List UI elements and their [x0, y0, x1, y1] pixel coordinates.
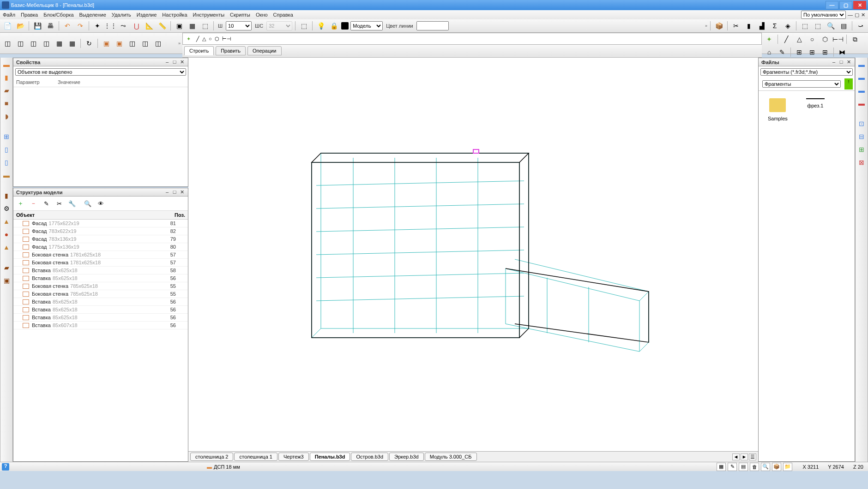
hex2-icon[interactable]: ⬡ [820, 34, 831, 45]
menu-window[interactable]: Окно [256, 12, 268, 18]
doc-tab[interactable]: Пеналы.b3d [310, 453, 350, 461]
props-min-icon[interactable]: – [164, 59, 170, 65]
doc-tab[interactable]: Чертеж3 [278, 453, 309, 461]
wallet-icon[interactable]: ▰ [1, 262, 12, 273]
mdi-min-icon[interactable]: — [848, 12, 853, 18]
minimize-button[interactable]: — [826, 1, 838, 9]
mirror-icon[interactable]: ⧉ [850, 34, 861, 45]
sb1-icon[interactable]: ▦ [717, 463, 726, 471]
doc-tab[interactable]: столешница 1 [234, 453, 277, 461]
edit2-icon[interactable]: ✎ [41, 198, 51, 209]
r7-icon[interactable]: ⊞ [856, 144, 867, 155]
tab-build[interactable]: Строить [184, 46, 214, 55]
menu-product[interactable]: Изделие [137, 12, 157, 18]
snap-icon[interactable]: ⤳ [118, 20, 129, 31]
menu-settings[interactable]: Настройка [162, 12, 187, 18]
r5-icon[interactable]: ⊡ [856, 119, 867, 129]
new-icon[interactable]: 📄 [2, 20, 13, 31]
struct-row[interactable]: Фасад783x622x1982 [13, 227, 188, 235]
view-iso3-icon[interactable]: ◫ [28, 38, 39, 49]
doc-tab[interactable]: столешница 2 [190, 453, 233, 461]
select1-icon[interactable]: ⬚ [799, 20, 810, 31]
panel1-icon[interactable]: ▬ [1, 60, 12, 70]
undo-icon[interactable]: ↶ [62, 20, 73, 31]
hw-icon[interactable]: ⚙ [1, 203, 12, 214]
panel4-icon[interactable]: ■ [1, 98, 12, 108]
save-icon[interactable]: 💾 [32, 20, 43, 31]
ruler1-icon[interactable]: 📐 [144, 20, 155, 31]
view-iso2-icon[interactable]: ◫ [15, 38, 26, 49]
mdi-max-icon[interactable]: ▢ [855, 12, 859, 18]
struct-row[interactable]: Боковая стенка785x625x1855 [13, 290, 188, 298]
struct-list[interactable]: Фасад1775x622x1981Фасад783x622x1982Фасад… [13, 220, 188, 461]
doc-tab[interactable]: Модуль 3.000_СБ [425, 453, 477, 461]
ruler2-icon[interactable]: 📏 [157, 20, 168, 31]
sb4-icon[interactable]: 🗑 [750, 463, 759, 471]
open-icon[interactable]: 📂 [15, 20, 26, 31]
shapes-icon[interactable]: ◈ [782, 20, 793, 31]
props-max-icon[interactable]: □ [171, 59, 178, 65]
struct-row[interactable]: Вставка85x625x1856 [13, 298, 188, 306]
lock-icon[interactable]: 🔒 [328, 20, 339, 31]
doc-tab[interactable]: Эркер.b3d [389, 453, 424, 461]
stack-icon[interactable]: ▟ [756, 20, 767, 31]
house-icon[interactable]: ⌂ [764, 47, 775, 58]
menu-select[interactable]: Выделение [79, 12, 106, 18]
box2-icon[interactable]: ▣ [1, 275, 12, 286]
bulb-icon[interactable]: 💡 [315, 20, 326, 31]
w-select[interactable]: 10 [226, 21, 252, 30]
axis-icon[interactable]: ✦ [92, 20, 103, 31]
props-object-select[interactable]: Объектов не выделено [15, 68, 186, 76]
sb5-icon[interactable]: 🔍 [761, 463, 770, 471]
color-swatch[interactable] [341, 22, 349, 30]
menu-scripts[interactable]: Скрипты [230, 12, 250, 18]
render2-icon[interactable]: ▣ [114, 38, 125, 49]
circle-icon[interactable]: ○ [209, 36, 212, 42]
panel5-icon[interactable]: ◗ [1, 111, 12, 121]
struct-row[interactable]: Вставка85x607x1856 [13, 322, 188, 329]
expand2-icon[interactable]: » [178, 41, 181, 46]
angle2-icon[interactable]: △ [794, 34, 805, 45]
door-icon[interactable]: ▮ [743, 20, 754, 31]
angle-icon[interactable]: △ [202, 36, 206, 42]
r2-icon[interactable]: ▬ [856, 72, 867, 83]
circle2-icon[interactable]: ○ [807, 34, 818, 45]
sb3-icon[interactable]: ▤ [739, 463, 748, 471]
panel3-icon[interactable]: ▰ [1, 85, 12, 95]
view-iso4-icon[interactable]: ◫ [41, 38, 52, 49]
eye-icon[interactable]: 👁 [96, 198, 106, 209]
files-up-icon[interactable]: ↑ [844, 78, 853, 89]
dim-icon[interactable]: ⊢⊣ [222, 36, 231, 42]
pyramid-icon[interactable]: ▲ [1, 242, 12, 252]
menu-file[interactable]: Файл [3, 12, 15, 18]
edit-icon[interactable]: ✎ [777, 47, 788, 58]
struct-min-icon[interactable]: – [164, 189, 170, 195]
expand-icon[interactable]: » [705, 24, 707, 28]
sb7-icon[interactable]: 📁 [783, 463, 792, 471]
tab-ops[interactable]: Операции [247, 46, 281, 55]
sum-icon[interactable]: Σ [769, 20, 780, 31]
r6-icon[interactable]: ⊟ [856, 131, 867, 142]
files-min-icon[interactable]: – [831, 59, 837, 65]
r3-icon[interactable]: ▬ [856, 85, 867, 95]
book-icon[interactable]: ▮ [1, 191, 12, 201]
break-icon[interactable]: ⧓ [837, 47, 848, 58]
panel2-icon[interactable]: ▮ [1, 72, 12, 83]
group1-icon[interactable]: ⊞ [794, 47, 805, 58]
struct-row[interactable]: Фасад783x136x1979 [13, 235, 188, 243]
struct-max-icon[interactable]: □ [171, 189, 178, 195]
files-max-icon[interactable]: □ [838, 59, 844, 65]
wrench-icon[interactable]: 🔧 [67, 198, 77, 209]
tab-next-icon[interactable]: ► [741, 453, 748, 460]
add-icon[interactable]: ＋ [15, 198, 25, 209]
view-iso6-icon[interactable]: ▦ [66, 38, 78, 49]
cube1-icon[interactable]: ▣ [174, 20, 185, 31]
r1-icon[interactable]: ▬ [856, 60, 867, 70]
mdi-close-icon[interactable]: ✕ [861, 12, 865, 18]
ws-select[interactable]: 32 [266, 21, 292, 30]
magnet-icon[interactable]: ⋃ [131, 20, 142, 31]
close-button[interactable]: ✕ [853, 1, 866, 9]
menu-block[interactable]: Блок/Сборка [43, 12, 73, 18]
tool-icon[interactable]: ✂ [54, 198, 64, 209]
layers-icon[interactable]: ⬚ [199, 20, 211, 31]
